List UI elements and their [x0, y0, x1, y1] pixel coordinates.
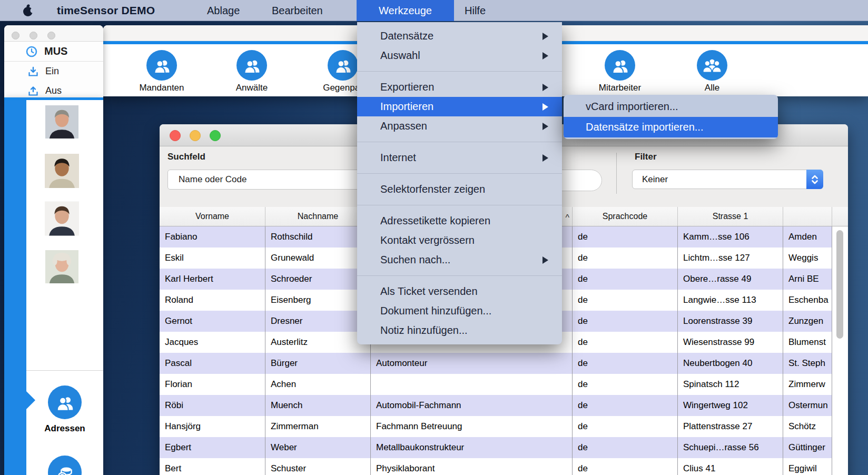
table-cell: Schötz	[783, 416, 832, 437]
toolbar-button-mitarbeiter[interactable]: Mitarbeiter	[580, 50, 659, 93]
people-icon	[605, 50, 635, 81]
sidebar-item-label: Adressen	[26, 423, 103, 434]
table-cell: Schuepi…rasse 56	[678, 437, 783, 458]
table-cell: Bert	[160, 458, 265, 475]
menu-item-suchen-nach[interactable]: Suchen nach...	[357, 250, 562, 270]
zoom-icon[interactable]	[47, 32, 55, 39]
table-row[interactable]: BertSchusterPhysiklaborantdeClius 41Eggi…	[160, 458, 832, 475]
toolbar-button-alle[interactable]: Alle	[673, 50, 752, 93]
filter-label: Filter	[635, 152, 657, 162]
mus-user-row[interactable]: MUS	[4, 42, 103, 61]
table-cell: de	[573, 248, 678, 269]
close-icon[interactable]	[12, 32, 19, 39]
menu-item-label: Auswahl	[380, 50, 420, 61]
column-header-sprachcode[interactable]: Sprachcode	[573, 207, 678, 226]
minimize-icon[interactable]	[29, 32, 37, 39]
menu-separator	[357, 205, 562, 205]
close-icon[interactable]	[170, 130, 181, 141]
submenu-arrow-icon	[542, 33, 548, 40]
mus-row-label: Ein	[45, 66, 59, 77]
menubar-item-ablage[interactable]: Ablage	[205, 0, 242, 21]
mus-titlebar[interactable]	[4, 25, 103, 42]
people-group-icon	[697, 50, 727, 81]
table-cell: de	[573, 332, 678, 353]
column-header-nachname[interactable]: Nachname	[265, 207, 371, 226]
submenu-arrow-icon	[542, 154, 548, 162]
menu-separator	[357, 71, 562, 72]
table-row[interactable]: EgbertWeberMetallbaukonstrukteurdeSchuep…	[160, 437, 832, 458]
submenu-item-vcard-importieren[interactable]: vCard importieren...	[564, 96, 778, 117]
menu-item-anpassen[interactable]: Anpassen	[357, 116, 562, 136]
table-cell: Metallbaukonstrukteur	[371, 437, 573, 458]
menu-item-internet[interactable]: Internet	[357, 148, 562, 167]
menubar-item-werkzeuge[interactable]: Werkzeuge	[357, 0, 454, 21]
table-cell: Wiesenstrasse 99	[678, 332, 783, 353]
menu-item-notiz-hinzufügen[interactable]: Notiz hinzufügen...	[357, 321, 562, 340]
menu-item-adressetikette-kopieren[interactable]: Adressetikette kopieren	[357, 211, 562, 231]
table-cell: Weber	[265, 437, 371, 458]
menu-item-als-ticket-versenden[interactable]: Als Ticket versenden	[357, 282, 562, 301]
sort-indicator-icon: ^	[565, 209, 569, 226]
export-tray-icon	[27, 85, 39, 97]
toolbar-button-anwälte[interactable]: Anwälte	[212, 50, 291, 93]
table-row[interactable]: PascalBürgerAutomonteurdeNeubertbogen 40…	[160, 353, 832, 374]
menu-item-dokument-hinzufügen[interactable]: Dokument hinzufügen...	[357, 301, 562, 321]
table-cell: de	[573, 311, 678, 332]
apple-icon[interactable]	[21, 4, 35, 17]
vertical-scrollbar[interactable]	[836, 230, 843, 339]
table-cell: Austerlitz	[265, 332, 371, 353]
table-cell: Lichtm…sse 127	[678, 248, 783, 269]
contact-photo[interactable]	[45, 201, 79, 236]
table-cell: Eschenba	[783, 290, 832, 311]
menu-item-kontakt-vergrössern[interactable]: Kontakt vergrössern	[357, 231, 562, 250]
menu-item-selektorfenster-zeigen[interactable]: Selektorfenster zeigen	[357, 180, 562, 199]
minimize-icon[interactable]	[190, 130, 201, 141]
menu-item-importieren[interactable]: Importieren	[357, 97, 562, 116]
column-header-vorname[interactable]: Vorname	[160, 207, 265, 226]
table-cell: Schroeder	[265, 269, 371, 290]
coins-icon	[48, 456, 82, 475]
menubar-item-bearbeiten[interactable]: Bearbeiten	[270, 0, 325, 21]
menu-item-auswahl[interactable]: Auswahl	[357, 46, 562, 65]
table-cell: Obere…rasse 49	[678, 269, 783, 290]
import-tray-icon	[27, 66, 39, 77]
table-cell: de	[573, 437, 678, 458]
submenu-item-datensätze-importieren[interactable]: Datensätze importieren...	[564, 117, 778, 137]
divider	[26, 370, 103, 371]
contact-photo[interactable]	[45, 154, 79, 188]
table-row[interactable]: RöbiMuenchAutomobil-FachmanndeWingertweg…	[160, 395, 832, 416]
toolbar-button-mandanten[interactable]: Mandanten	[122, 50, 201, 93]
table-row[interactable]: FlorianAchendeSpinatsch 112Zimmerw	[160, 374, 832, 395]
column-header-empty[interactable]	[783, 207, 832, 226]
menu-item-exportieren[interactable]: Exportieren	[357, 77, 562, 97]
zoom-icon[interactable]	[210, 130, 221, 141]
desktop: timeSensor DEMO AblageBearbeitenWerkzeug…	[0, 0, 868, 475]
werkzeuge-menu: DatensätzeAuswahlExportierenImportierenA…	[357, 22, 562, 344]
divider	[616, 153, 617, 194]
table-cell: Egbert	[160, 437, 265, 458]
table-cell: Röbi	[160, 395, 265, 416]
chevron-up-down-icon[interactable]	[806, 170, 823, 189]
table-cell: Spinatsch 112	[678, 374, 783, 395]
sidebar-item-leistungen[interactable]	[26, 456, 103, 475]
menu-item-label: Internet	[380, 152, 416, 163]
table-row[interactable]: HansjörgZimmermanFachmann BetreuungdePla…	[160, 416, 832, 437]
sidebar-item-adressen[interactable]: Adressen	[26, 385, 103, 434]
contact-photo[interactable]	[45, 105, 79, 138]
table-cell: Langwie…sse 113	[678, 290, 783, 311]
table-cell: Gernot	[160, 311, 265, 332]
menu-item-label: Anpassen	[380, 120, 427, 132]
table-cell: Kamm…sse 106	[678, 226, 783, 248]
contact-photo[interactable]	[45, 250, 79, 283]
menubar-item-hilfe[interactable]: Hilfe	[462, 0, 488, 21]
menu-item-label: Notiz hinzufügen...	[380, 324, 468, 336]
table-cell: Eskil	[160, 248, 265, 269]
table-cell: Dresner	[265, 311, 371, 332]
mus-row-ein[interactable]: Ein	[4, 62, 103, 81]
table-cell: Plattenstrasse 27	[678, 416, 783, 437]
menu-item-label: Als Ticket versenden	[380, 285, 478, 297]
menu-item-datensätze[interactable]: Datensätze	[357, 26, 562, 46]
table-cell: Bürger	[265, 353, 371, 374]
filter-select[interactable]: Keiner	[632, 170, 823, 189]
column-header-strasse-1[interactable]: Strasse 1	[678, 207, 783, 226]
